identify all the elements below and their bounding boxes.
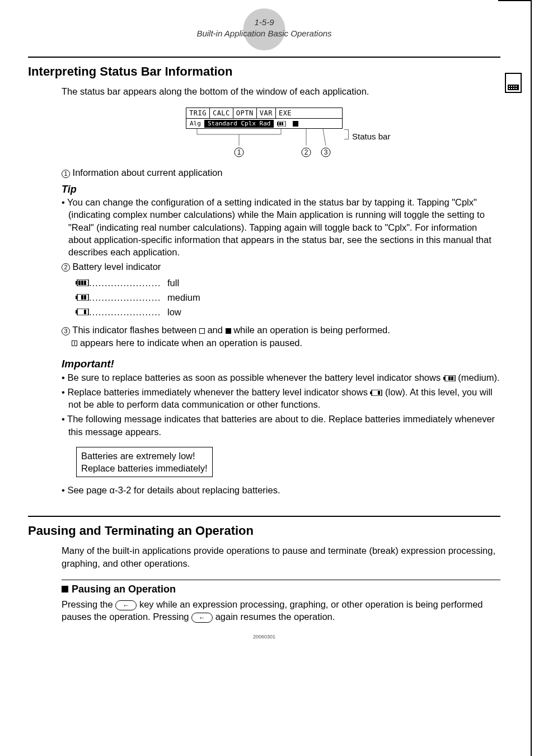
svg-rect-11 bbox=[279, 122, 281, 125]
svg-rect-40 bbox=[451, 376, 453, 380]
item-2: 2 Battery level indicator bbox=[62, 260, 500, 273]
sub-heading-rule bbox=[62, 580, 500, 580]
sub-heading-text: Pausing an Operation bbox=[72, 584, 176, 595]
tip-bullet: You can change the configuration of a se… bbox=[62, 196, 500, 258]
body-c: again resumes the operation. bbox=[213, 612, 335, 622]
important-bullet-2: Replace batteries immediately whenever t… bbox=[62, 386, 500, 411]
battery-low-icon bbox=[76, 309, 89, 315]
svg-rect-36 bbox=[84, 310, 86, 314]
see-also: See page α-3-2 for details about replaci… bbox=[62, 484, 500, 496]
msg-line-2: Replace batteries immediately! bbox=[81, 462, 208, 474]
brace-line bbox=[344, 129, 349, 139]
status-seg-batt bbox=[274, 120, 289, 128]
svg-rect-32 bbox=[81, 295, 83, 300]
important-bullet-3: The following message indicates that bat… bbox=[62, 413, 500, 438]
figure-status-bar: Alg Standard Cplx Rad Status bar bbox=[186, 119, 343, 129]
battery-full-label: full bbox=[167, 277, 179, 289]
svg-rect-43 bbox=[378, 391, 380, 395]
run-indicator-icon bbox=[293, 121, 298, 127]
status-seg-run bbox=[289, 120, 302, 128]
section-heading-pausing: Pausing and Terminating an Operation bbox=[28, 522, 500, 539]
heading-rule bbox=[28, 516, 500, 517]
see-also-list: See page α-3-2 for details about replaci… bbox=[62, 484, 500, 496]
item-2-text: Battery level indicator bbox=[73, 262, 161, 272]
battery-medium-icon bbox=[76, 294, 89, 301]
page-section-title: Built-in Application Basic Operations bbox=[28, 28, 500, 39]
important-list: Be sure to replace batteries as soon as … bbox=[62, 371, 500, 438]
status-seg-alg: Alg bbox=[186, 120, 204, 128]
body-a: Pressing the bbox=[62, 599, 115, 609]
imp1-b: (medium). bbox=[456, 372, 500, 382]
circled-1-icon: 1 bbox=[62, 170, 70, 178]
svg-rect-12 bbox=[282, 122, 283, 125]
item-3-text-b: and bbox=[205, 325, 226, 335]
section-heading-interpreting: Interpreting Status Bar Information bbox=[28, 63, 500, 80]
item-1: 1 Information about current application bbox=[62, 166, 500, 179]
svg-rect-28 bbox=[81, 281, 83, 285]
svg-text:3: 3 bbox=[324, 148, 328, 156]
battery-level-list: ....................... full ...........… bbox=[76, 277, 500, 319]
tip-heading: Tip bbox=[62, 183, 500, 196]
callout-lines: 1 2 3 bbox=[186, 129, 343, 160]
tip-list: You can change the configuration of a se… bbox=[62, 196, 500, 258]
section-intro: The status bar appears along the bottom … bbox=[62, 85, 500, 97]
msg-line-1: Batteries are extremely low! bbox=[81, 450, 208, 462]
figure-tab: EXE bbox=[276, 108, 294, 118]
svg-line-18 bbox=[323, 129, 326, 146]
figure-tab: OPTN bbox=[233, 108, 257, 118]
battery-full-icon bbox=[76, 279, 89, 286]
status-seg-mode: Standard Cplx Rad bbox=[204, 120, 274, 128]
item-3: 3 This indicator flashes between and whi… bbox=[62, 324, 500, 349]
section-intro-2: Many of the built-in applications provid… bbox=[62, 544, 500, 570]
figure-tab: TRIG bbox=[186, 108, 210, 118]
imp2-a: Replace batteries immediately whenever t… bbox=[67, 387, 370, 397]
circled-2-icon: 2 bbox=[62, 263, 70, 272]
status-bar-figure: TRIG CALC OPTN VAR EXE Alg Standard Cplx… bbox=[28, 108, 500, 160]
figure-tabs-row: TRIG CALC OPTN VAR EXE bbox=[186, 108, 343, 119]
heading-rule bbox=[28, 57, 500, 58]
svg-rect-35 bbox=[77, 309, 88, 315]
pause-square-icon: ! bbox=[72, 340, 77, 346]
item-3-text-c: while an operation is being performed. bbox=[231, 325, 390, 335]
low-battery-message-box: Batteries are extremely low! Replace bat… bbox=[76, 447, 213, 478]
page-header: 1-5-9 Built-in Application Basic Operati… bbox=[28, 17, 500, 40]
page-number-top: 1-5-9 bbox=[28, 17, 500, 28]
figure-tab: VAR bbox=[257, 108, 276, 118]
important-bullet-1: Be sure to replace batteries as soon as … bbox=[62, 371, 500, 384]
svg-text:2: 2 bbox=[305, 148, 308, 156]
svg-text:1: 1 bbox=[237, 148, 241, 156]
pausing-body: Pressing the ← key while an expression p… bbox=[62, 598, 500, 623]
item-3-text-d: appears here to indicate when an operati… bbox=[77, 338, 302, 348]
battery-medium-icon bbox=[443, 375, 456, 381]
battery-low-label: low bbox=[167, 306, 181, 318]
sub-heading-pausing: Pausing an Operation bbox=[62, 582, 500, 596]
battery-medium-label: medium bbox=[167, 291, 200, 304]
svg-rect-39 bbox=[448, 376, 451, 380]
battery-low-icon bbox=[370, 390, 382, 396]
svg-rect-27 bbox=[78, 281, 81, 285]
black-square-icon bbox=[62, 586, 68, 592]
item-3-text-a: This indicator flashes between bbox=[72, 325, 199, 335]
svg-rect-42 bbox=[372, 390, 382, 396]
imp1-a: Be sure to replace batteries as soon as … bbox=[67, 372, 443, 382]
svg-rect-33 bbox=[84, 295, 86, 300]
item-1-text: Information about current application bbox=[73, 167, 223, 178]
figure-tab: CALC bbox=[210, 108, 233, 118]
status-bar-label: Status bar bbox=[352, 131, 390, 142]
back-arrow-key-icon: ← bbox=[115, 600, 137, 610]
svg-rect-29 bbox=[84, 281, 86, 285]
circled-3-icon: 3 bbox=[62, 327, 70, 335]
empty-square-icon bbox=[199, 328, 205, 334]
important-heading: Important! bbox=[62, 357, 500, 371]
footer-date: 20060301 bbox=[28, 633, 500, 640]
filled-square-icon bbox=[226, 328, 231, 334]
back-arrow-key-icon: ← bbox=[191, 613, 213, 623]
